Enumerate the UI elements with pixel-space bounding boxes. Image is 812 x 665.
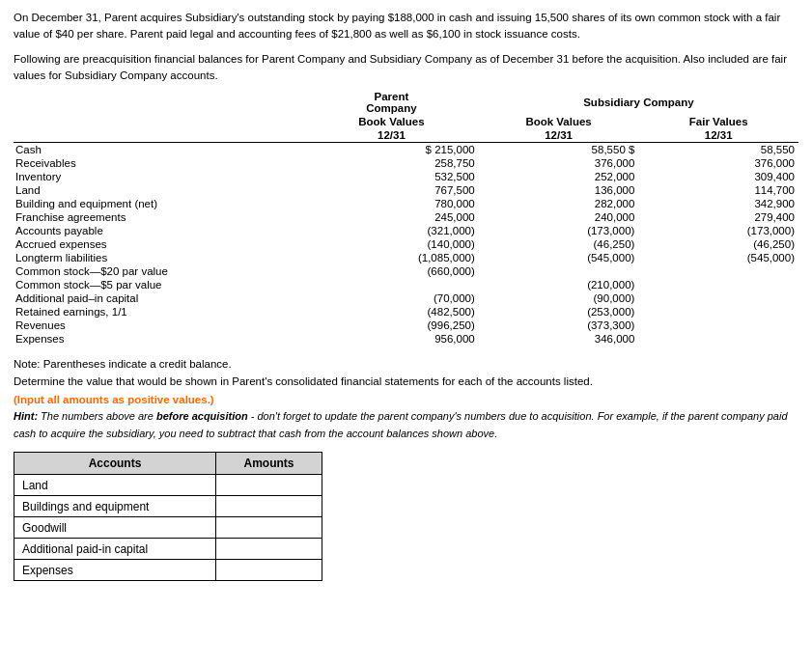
financial-table: ParentCompany Subsidiary Company Book Va… (14, 90, 798, 346)
answer-table: Accounts Amounts LandBuildings and equip… (14, 452, 322, 581)
row-sub-book-value: (545,000) (479, 251, 639, 264)
table-row: Land767,500136,000114,700 (14, 183, 798, 197)
row-parent-value: (1,085,000) (304, 251, 479, 264)
table-body: Cash$ 215,00058,550 $58,550Receivables25… (14, 143, 798, 346)
table-row: Expenses956,000346,000 (14, 332, 798, 346)
answer-table-row: Goodwill (14, 517, 322, 539)
row-sub-book-value: (253,000) (479, 305, 639, 319)
row-sub-fair-value: 376,000 (638, 156, 798, 170)
header-sub-fair-date: 12/31 (638, 128, 798, 143)
table-row: Common stock—$5 par value(210,000) (14, 278, 798, 291)
header-account3 (14, 128, 304, 143)
row-sub-fair-value: 58,550 (638, 143, 798, 157)
row-sub-book-value: (173,000) (479, 224, 639, 237)
row-sub-fair-value: (545,000) (638, 251, 798, 264)
table-row: Common stock—$20 par value(660,000) (14, 264, 798, 278)
row-parent-value: $ 215,000 (304, 143, 479, 157)
row-account: Building and equipment (net) (14, 197, 304, 210)
row-account: Revenues (14, 319, 304, 332)
row-parent-value: (140,000) (304, 237, 479, 251)
row-sub-fair-value: 114,700 (638, 183, 798, 197)
hint-text: Hint: The numbers above are before acqui… (14, 408, 798, 442)
row-sub-book-value: (90,000) (479, 291, 639, 305)
row-account: Expenses (14, 332, 304, 346)
row-sub-fair-value: (173,000) (638, 224, 798, 237)
row-sub-book-value: 282,000 (479, 197, 639, 210)
row-account: Accrued expenses (14, 237, 304, 251)
answer-account: Expenses (14, 560, 216, 581)
row-parent-value: (660,000) (304, 264, 479, 278)
answer-account: Additional paid-in capital (14, 539, 216, 560)
intro-paragraph1: On December 31, Parent acquires Subsidia… (14, 10, 798, 43)
row-parent-value: 532,500 (304, 170, 479, 183)
table-row: Longterm liabilities(1,085,000)(545,000)… (14, 251, 798, 264)
row-account: Longterm liabilities (14, 251, 304, 264)
row-parent-value: 767,500 (304, 183, 479, 197)
row-parent-value: 245,000 (304, 210, 479, 224)
table-row: Building and equipment (net)780,000282,0… (14, 197, 798, 210)
table-row: Accounts payable(321,000)(173,000)(173,0… (14, 224, 798, 237)
row-account: Franchise agreements (14, 210, 304, 224)
answer-table-body: LandBuildings and equipmentGoodwillAddit… (14, 475, 322, 581)
header-sub-fair-sub: Fair Values (638, 115, 798, 128)
table-header-row2: Book Values Book Values Fair Values (14, 115, 798, 128)
answer-table-row: Land (14, 475, 322, 496)
row-account: Retained earnings, 1/1 (14, 305, 304, 319)
row-parent-value: (321,000) (304, 224, 479, 237)
note-line2: Determine the value that would be shown … (14, 373, 798, 390)
answer-amount-input[interactable] (216, 539, 322, 560)
row-sub-fair-value (638, 305, 798, 319)
answer-col-amounts: Amounts (216, 453, 322, 475)
header-parent-label: ParentCompany (304, 90, 479, 115)
row-account: Inventory (14, 170, 304, 183)
answer-amount-input[interactable] (216, 475, 322, 496)
row-parent-value (304, 278, 479, 291)
answer-amount-input[interactable] (216, 517, 322, 539)
answer-table-row: Buildings and equipment (14, 496, 322, 517)
row-account: Common stock—$5 par value (14, 278, 304, 291)
row-sub-book-value: 240,000 (479, 210, 639, 224)
row-parent-value: (482,500) (304, 305, 479, 319)
row-account: Land (14, 183, 304, 197)
answer-account: Buildings and equipment (14, 496, 216, 517)
table-row: Additional paid–in capital(70,000)(90,00… (14, 291, 798, 305)
note-line3: (Input all amounts as positive values.) (14, 391, 798, 408)
row-sub-book-value (479, 264, 639, 278)
row-sub-book-value: (46,250) (479, 237, 639, 251)
row-sub-fair-value: 279,400 (638, 210, 798, 224)
row-parent-value: 956,000 (304, 332, 479, 346)
answer-amount-input[interactable] (216, 560, 322, 581)
answer-account: Goodwill (14, 517, 216, 539)
table-row: Receivables258,750376,000376,000 (14, 156, 798, 170)
header-parent-date: 12/31 (304, 128, 479, 143)
row-sub-fair-value (638, 332, 798, 346)
row-account: Additional paid–in capital (14, 291, 304, 305)
intro-paragraph2: Following are preacquisition financial b… (14, 51, 798, 85)
table-row: Cash$ 215,00058,550 $58,550 (14, 143, 798, 157)
row-sub-book-value: 58,550 $ (479, 143, 639, 157)
table-row: Accrued expenses(140,000)(46,250)(46,250… (14, 237, 798, 251)
row-account: Receivables (14, 156, 304, 170)
note-section: Note: Parentheses indicate a credit bala… (14, 355, 798, 442)
note-line1: Note: Parentheses indicate a credit bala… (14, 355, 798, 373)
row-parent-value: (996,250) (304, 319, 479, 332)
row-sub-fair-value (638, 291, 798, 305)
header-parent-sub: Book Values (304, 115, 479, 128)
answer-amount-input[interactable] (216, 496, 322, 517)
header-sub-book-sub: Book Values (479, 115, 639, 128)
row-parent-value: (70,000) (304, 291, 479, 305)
row-parent-value: 780,000 (304, 197, 479, 210)
table-row: Retained earnings, 1/1(482,500)(253,000) (14, 305, 798, 319)
row-sub-book-value: 252,000 (479, 170, 639, 183)
row-sub-fair-value (638, 264, 798, 278)
row-sub-book-value: (210,000) (479, 278, 639, 291)
row-sub-fair-value (638, 278, 798, 291)
header-sub-label: Subsidiary Company (479, 90, 798, 115)
table-header-row1: ParentCompany Subsidiary Company (14, 90, 798, 115)
table-row: Revenues(996,250)(373,300) (14, 319, 798, 332)
row-sub-fair-value: 309,400 (638, 170, 798, 183)
row-sub-fair-value: (46,250) (638, 237, 798, 251)
table-header-row3: 12/31 12/31 12/31 (14, 128, 798, 143)
row-sub-fair-value: 342,900 (638, 197, 798, 210)
answer-table-header: Accounts Amounts (14, 453, 322, 475)
